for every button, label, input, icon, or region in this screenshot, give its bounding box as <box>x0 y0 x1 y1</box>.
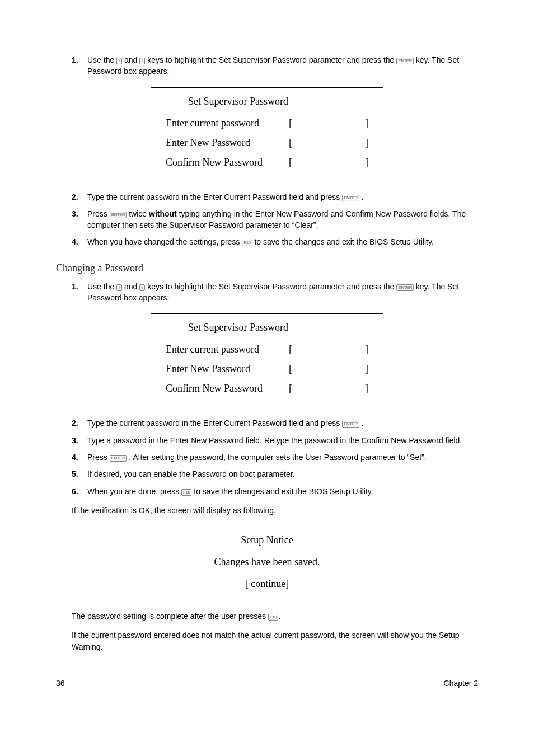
step-number: 5. <box>72 468 78 480</box>
password-row-label: Enter New Password <box>166 137 289 149</box>
notice-continue: [ continue] <box>172 578 362 590</box>
step-number: 3. <box>72 208 78 219</box>
up-key-icon: ↑ <box>116 284 122 291</box>
section1-steps-after: 2.Type the current password in the Enter… <box>56 191 478 248</box>
password-row-field: [] <box>289 363 368 375</box>
bracket-open: [ <box>289 383 292 395</box>
password-row-field: [] <box>289 344 368 355</box>
changing-password-heading: Changing a Password <box>56 262 478 274</box>
bracket-close: ] <box>365 363 368 375</box>
step-item: 6.When you are done, press F10 to save t… <box>72 486 478 497</box>
step-item: 2.Type the current password in the Enter… <box>72 417 478 429</box>
bracket-open: [ <box>289 157 292 168</box>
bracket-close: ] <box>365 344 368 355</box>
step-item: 4.Press ENTER . After setting the passwo… <box>72 452 478 463</box>
step-number: 3. <box>72 435 78 446</box>
page-footer: 36 Chapter 2 <box>56 679 478 688</box>
notice-title: Setup Notice <box>172 534 362 546</box>
step-number: 4. <box>72 236 78 247</box>
step-item: 5.If desired, you can enable the Passwor… <box>72 468 478 480</box>
password-row-label: Confirm New Password <box>166 157 289 168</box>
bracket-close: ] <box>365 118 368 129</box>
step-number: 1. <box>72 54 78 65</box>
enter-key-icon: ENTER <box>342 421 359 428</box>
verification-ok-text: If the verification is OK, the screen wi… <box>72 505 478 516</box>
up-key-icon: ↑ <box>116 58 122 64</box>
enter-key-icon: ENTER <box>110 212 127 218</box>
enter-key-icon: ENTER <box>396 284 414 291</box>
password-box-title-2: Set Supervisor Password <box>166 322 368 334</box>
step-item: 4.When you have changed the settings, pr… <box>72 236 478 247</box>
password-row: Enter current password[] <box>166 344 368 355</box>
set-password-box: Set Supervisor Password Enter current pa… <box>151 87 383 179</box>
bracket-open: [ <box>289 344 292 355</box>
step-item: 1.Use the ↑ and ↓ keys to highlight the … <box>72 54 478 77</box>
bracket-open: [ <box>289 137 292 149</box>
password-row-label: Confirm New Password <box>166 383 289 395</box>
step-item: 2.Type the current password in the Enter… <box>72 191 478 203</box>
down-key-icon: ↓ <box>139 284 145 291</box>
bracket-open: [ <box>289 118 292 129</box>
password-row: Confirm New Password[] <box>166 383 368 395</box>
enter-key-icon: ENTER <box>396 58 414 64</box>
password-row-field: [] <box>289 137 368 149</box>
step-number: 4. <box>72 452 78 463</box>
setup-notice-box: Setup Notice Changes have been saved. [ … <box>161 524 373 600</box>
step-number: 1. <box>72 281 78 292</box>
password-box-title: Set Supervisor Password <box>166 96 368 107</box>
step-number: 2. <box>72 417 78 429</box>
password-row-field: [] <box>289 383 368 395</box>
section2-steps-after: 2.Type the current password in the Enter… <box>56 417 478 496</box>
bottom-rule <box>56 673 478 673</box>
step-number: 2. <box>72 191 78 203</box>
step-item: 1.Use the ↑ and ↓ keys to highlight the … <box>72 281 478 304</box>
step-item: 3.Press ENTER twice without typing anyth… <box>72 208 478 231</box>
bracket-close: ] <box>365 383 368 395</box>
enter-key-icon: ENTER <box>110 455 127 462</box>
top-rule <box>56 34 478 34</box>
password-row-label: Enter current password <box>166 344 289 355</box>
notice-message: Changes have been saved. <box>172 556 362 568</box>
enter-key-icon: ENTER <box>342 195 359 201</box>
set-password-box-2: Set Supervisor Password Enter current pa… <box>151 313 383 405</box>
step-item: 3.Type a password in the Enter New Passw… <box>72 435 478 446</box>
bracket-close: ] <box>365 157 368 168</box>
f10-key-icon: F10 <box>181 489 191 496</box>
chapter-label: Chapter 2 <box>444 679 478 688</box>
password-row-label: Enter current password <box>166 118 289 129</box>
password-row-field: [] <box>289 157 368 168</box>
f10-key-icon: F10 <box>242 240 252 246</box>
down-key-icon: ↓ <box>139 58 145 64</box>
f10-key-icon: F10 <box>268 614 278 621</box>
password-row-label: Enter New Password <box>166 363 289 375</box>
password-row: Enter current password[] <box>166 118 368 129</box>
step-number: 6. <box>72 486 78 497</box>
after-notice-1: The password setting is complete after t… <box>72 611 478 622</box>
bracket-close: ] <box>365 137 368 149</box>
bracket-open: [ <box>289 363 292 375</box>
password-row-field: [] <box>289 118 368 129</box>
password-row: Enter New Password[] <box>166 363 368 375</box>
password-row: Enter New Password[] <box>166 137 368 149</box>
bold-text: without <box>149 209 177 218</box>
section1-steps: 1.Use the ↑ and ↓ keys to highlight the … <box>56 54 478 77</box>
after-notice-2: If the current password entered does not… <box>72 630 478 652</box>
password-row: Confirm New Password[] <box>166 157 368 168</box>
page-number: 36 <box>56 679 65 688</box>
section2-steps: 1.Use the ↑ and ↓ keys to highlight the … <box>56 281 478 304</box>
